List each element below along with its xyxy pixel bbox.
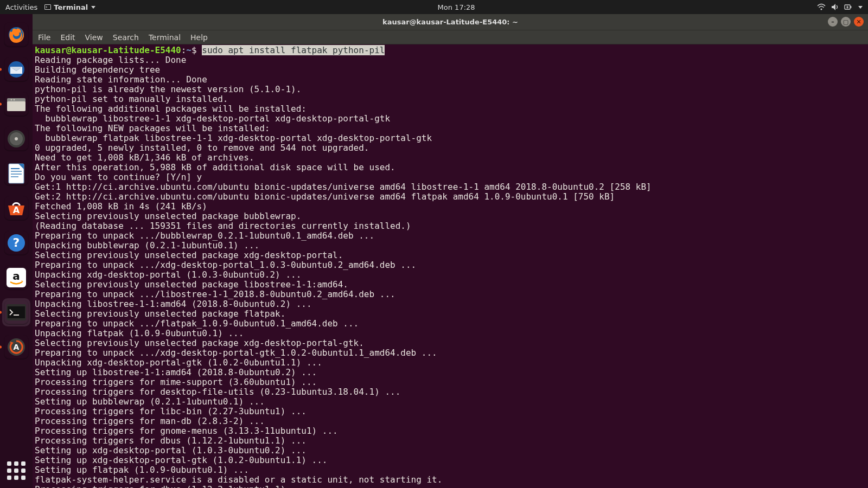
chevron-down-icon [858,6,863,9]
dock-item-libreoffice-writer[interactable] [2,159,30,188]
system-status-area[interactable] [817,3,868,11]
terminal-menubar: FileEditViewSearchTerminalHelp [33,30,868,44]
svg-rect-19 [11,171,22,172]
svg-text:A: A [14,343,20,351]
menu-view[interactable]: View [85,33,103,42]
svg-rect-30 [14,314,19,316]
gnome-topbar: Activities Terminal Mon 17:28 [0,0,868,14]
window-maximize-button[interactable]: ▢ [841,17,851,27]
running-indicator-icon [0,311,2,314]
menu-search[interactable]: Search [113,33,139,42]
dock-item-amazon[interactable]: a [2,264,30,292]
dock-item-thunderbird[interactable] [2,55,30,84]
terminal-icon [44,3,52,11]
amazon-icon: a [4,265,29,290]
software-updater-icon: A [4,335,29,359]
window-titlebar[interactable]: kausar@kausar-Latitude-E5440: ~ – ▢ ✕ [33,14,868,30]
svg-text:A: A [13,205,20,215]
svg-point-2 [821,9,822,10]
menu-terminal[interactable]: Terminal [149,33,181,42]
prompt-userhost: kausar@kausar-Latitude-E5440 [35,45,181,55]
running-indicator-icon [0,68,2,71]
battery-icon [844,3,852,11]
svg-rect-10 [7,101,25,111]
dock-item-files[interactable] [2,90,30,118]
dock-item-terminal[interactable] [2,298,30,326]
menu-help[interactable]: Help [190,33,208,42]
svg-text:a: a [12,269,20,282]
window-close-button[interactable]: ✕ [854,17,864,27]
dock-item-help[interactable]: ? [2,229,30,257]
grid-icon [4,458,29,483]
menu-file[interactable]: File [38,33,50,42]
dock-item-software-updater[interactable]: A [2,333,30,361]
dock-item-ubuntu-software[interactable]: A [2,194,30,222]
clock[interactable]: Mon 17:28 [95,3,817,11]
rhythmbox-icon [4,126,29,151]
running-indicator-icon [0,346,2,349]
svg-rect-18 [11,168,20,169]
svg-marker-6 [846,5,849,9]
terminal-body[interactable]: kausar@kausar-Latitude-E5440:~$ sudo apt… [33,44,868,488]
dock-item-firefox[interactable] [2,21,30,49]
svg-rect-20 [11,174,22,175]
svg-rect-21 [11,176,18,177]
svg-point-15 [15,137,18,140]
app-menu[interactable]: Terminal [44,3,95,11]
dock-item-rhythmbox[interactable] [2,125,30,153]
help-icon: ? [4,230,29,255]
running-indicator-icon [0,103,2,106]
prompt-path: ~ [186,45,192,55]
svg-text:?: ? [13,236,20,249]
ubuntu-software-icon: A [4,196,29,221]
files-icon [4,92,29,117]
menu-edit[interactable]: Edit [60,33,75,42]
launcher-dock: A?aA [0,14,33,488]
activities-button[interactable]: Activities [5,3,37,11]
terminal-icon [4,300,29,325]
app-menu-label: Terminal [54,3,88,11]
window-title: kausar@kausar-Latitude-E5440: ~ [382,18,518,26]
svg-rect-1 [45,5,50,9]
show-applications-button[interactable] [2,457,30,485]
svg-rect-29 [8,306,25,318]
thunderbird-icon [4,57,29,82]
volume-icon [831,3,839,11]
libreoffice-writer-icon [4,161,29,186]
firefox-icon [4,22,29,47]
chevron-down-icon [91,6,95,9]
svg-marker-3 [832,4,835,10]
entered-command: sudo apt install flatpak python-pil [202,45,385,55]
svg-point-11 [11,99,12,101]
terminal-window: kausar@kausar-Latitude-E5440: ~ – ▢ ✕ Fi… [33,14,868,488]
svg-rect-5 [851,6,852,8]
window-minimize-button[interactable]: – [828,17,838,27]
wifi-icon [817,3,826,11]
svg-point-12 [14,99,15,101]
